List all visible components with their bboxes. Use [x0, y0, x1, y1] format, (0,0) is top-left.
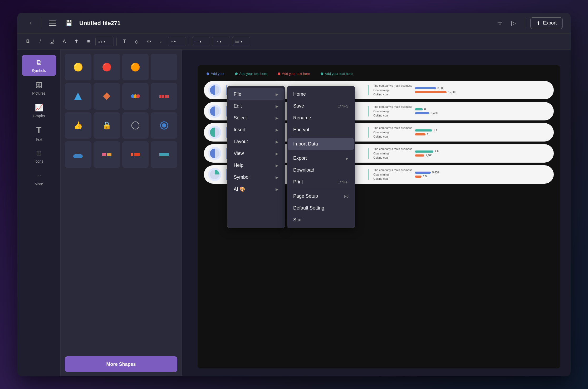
align-button[interactable]: ≡	[83, 36, 94, 47]
sidebar-item-more[interactable]: ··· More	[22, 168, 56, 189]
menu-divider-1	[291, 137, 351, 137]
menu-sec-print-label: Print	[293, 179, 303, 185]
menu-item-ai[interactable]: AI 🎨 ▶	[228, 183, 284, 195]
menu-item-layout[interactable]: Layout ▶	[228, 136, 284, 148]
main-area: ⧉ Symbols 🖼 Pictures 📈 Graphs T Text ⊞ I…	[17, 50, 571, 376]
sidebar-item-pictures[interactable]: 🖼 Pictures	[22, 77, 56, 99]
shortcut-save: Ctrl+S	[337, 104, 349, 108]
symbol-cell[interactable]	[122, 112, 149, 139]
export-label: Export	[543, 20, 557, 26]
symbol-grid-2	[65, 83, 177, 110]
symbol-cell[interactable]: 🔴	[94, 54, 120, 80]
italic-button[interactable]: I	[35, 36, 45, 47]
menu-sec-encrypt[interactable]: Encrypt	[288, 124, 354, 136]
connector-dropdown[interactable]: ⌐ ▾	[168, 37, 186, 46]
symbol-cell[interactable]	[65, 83, 91, 110]
menu-sec-home[interactable]: Home	[288, 88, 354, 100]
bar-orange	[415, 176, 422, 178]
menu-item-help-label: Help	[234, 163, 243, 168]
menu-sec-save-label: Save	[293, 103, 304, 109]
menu-sec-page-setup[interactable]: Page Setup F6	[288, 190, 354, 202]
menu-sec-download[interactable]: Download	[288, 164, 354, 176]
line-style-dropdown[interactable]: — ▾	[192, 37, 210, 46]
underline-button[interactable]: U	[47, 36, 57, 47]
menu-sec-print[interactable]: Print Ctrl+P	[288, 176, 354, 188]
menu-sec-star[interactable]: Star	[288, 214, 354, 226]
more-icon: ···	[36, 172, 42, 180]
symbol-cell[interactable]: 🟡	[65, 54, 91, 80]
menu-sec-default-setting-label: Default Setting	[293, 205, 324, 211]
text-style-button[interactable]: T̄	[71, 36, 82, 47]
play-button[interactable]: ▷	[508, 17, 520, 29]
svg-rect-16	[134, 153, 140, 156]
symbol-cell[interactable]: 🔒	[94, 112, 120, 139]
menu-item-view[interactable]: View ▶	[228, 148, 284, 159]
menu-item-insert-label: Insert	[234, 127, 246, 133]
alignment-dropdown[interactable]: ≡↓ ▾	[95, 37, 114, 46]
legend-dot-3	[278, 72, 280, 75]
symbol-cell[interactable]	[151, 141, 177, 168]
bar-label: 8,500	[438, 87, 448, 90]
pen-button[interactable]: ✏	[144, 36, 154, 47]
bar-row: 7.8	[415, 150, 547, 153]
menu-item-select[interactable]: Select ▶	[228, 112, 284, 124]
svg-rect-17	[159, 153, 169, 156]
symbol-cell[interactable]	[94, 141, 120, 168]
menu-arrow-view: ▶	[276, 152, 278, 156]
menu-arrow-ai: ▶	[276, 187, 278, 191]
shortcut-print: Ctrl+P	[337, 180, 349, 184]
hamburger-menu-button[interactable]	[47, 17, 58, 29]
shape-button[interactable]: ◇	[131, 36, 142, 47]
symbol-cell[interactable]	[151, 83, 177, 110]
chart-bars-4: 7.8 2,100	[415, 150, 550, 157]
symbol-panel-content: 🟡 🔴 🟠	[61, 50, 182, 354]
symbol-cell[interactable]: 🟠	[122, 54, 149, 80]
arrow-style-dropdown[interactable]: → ▾	[212, 37, 230, 46]
back-button[interactable]: ‹	[25, 18, 36, 28]
menu-item-symbol[interactable]: Symbol ▶	[228, 171, 284, 183]
sidebar-item-icons[interactable]: ⊞ Icons	[22, 145, 56, 167]
menu-sec-import-data-label: Import Data	[293, 141, 318, 147]
symbol-cell[interactable]: 👍	[65, 112, 91, 139]
menu-sec-import-data[interactable]: Import Data	[288, 138, 354, 150]
menu-item-edit[interactable]: Edit ▶	[228, 100, 284, 112]
symbol-cell[interactable]	[151, 112, 177, 139]
symbol-cell[interactable]	[122, 141, 149, 168]
menu-arrow-edit: ▶	[276, 104, 278, 108]
menu-item-file-label: File	[234, 91, 241, 97]
symbol-cell[interactable]	[65, 141, 91, 168]
chart-divider2-1	[368, 85, 369, 95]
bar-orange	[415, 91, 447, 93]
bar-blue	[415, 112, 429, 114]
bar-row: 6	[415, 133, 547, 136]
text-button[interactable]: T	[119, 36, 130, 47]
chart-divider-1	[226, 85, 227, 95]
more-shapes-button[interactable]: More Shapes	[65, 356, 177, 372]
star-button[interactable]: ☆	[497, 20, 503, 27]
symbol-cell[interactable]	[122, 83, 149, 110]
export-button[interactable]: ⬆ Export	[530, 17, 563, 29]
menu-sec-page-setup-label: Page Setup	[293, 193, 318, 199]
bold-button[interactable]: B	[23, 36, 33, 47]
menu-sec-default-setting[interactable]: Default Setting	[288, 202, 354, 214]
sidebar-item-text[interactable]: T Text	[22, 123, 56, 144]
menu-item-insert[interactable]: Insert ▶	[228, 124, 284, 136]
connector-button[interactable]: ⌐	[156, 36, 166, 47]
border-style-dropdown[interactable]: ≡≡ ▾	[232, 37, 250, 46]
menu-item-help[interactable]: Help ▶	[228, 159, 284, 171]
menu-sec-save[interactable]: Save Ctrl+S	[288, 100, 354, 112]
symbol-cell[interactable]	[94, 83, 120, 110]
sidebar-item-symbols[interactable]: ⧉ Symbols	[22, 55, 56, 76]
sidebar-item-graphs[interactable]: 📈 Graphs	[22, 100, 56, 121]
bar-label: 2,100	[426, 154, 436, 157]
hamburger-icon	[49, 21, 56, 26]
menu-sec-rename[interactable]: Rename	[288, 112, 354, 124]
svg-marker-0	[74, 93, 82, 100]
menu-sec-export[interactable]: Export ▶	[288, 152, 354, 164]
save-icon[interactable]: 💾	[63, 18, 74, 28]
symbol-cell[interactable]	[151, 54, 177, 80]
font-color-button[interactable]: A	[59, 36, 70, 47]
chart-text-1: The company's main businessCoal mining,C…	[373, 84, 412, 97]
svg-marker-1	[103, 93, 110, 100]
menu-item-file[interactable]: File ▶	[228, 88, 284, 100]
